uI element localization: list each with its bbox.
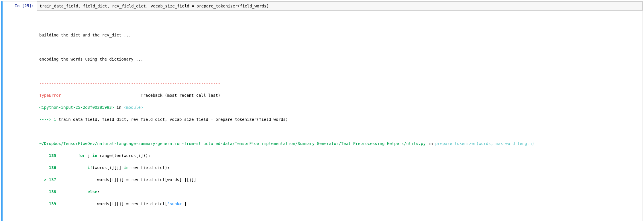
output-area: building the dict and the rev_dict ... e… bbox=[37, 11, 643, 221]
traceback-file-line: ~/Dropbox/TensorFlowDev/natural-language… bbox=[39, 141, 640, 147]
cell-main: train_data_field, field_dict, rev_field_… bbox=[37, 1, 643, 221]
code-input-area[interactable]: train_data_field, field_dict, rev_field_… bbox=[37, 1, 643, 11]
error-name: TypeError bbox=[39, 93, 61, 98]
traceback-separator: ----------------------------------------… bbox=[39, 81, 220, 86]
execution-prompt: In [25]: bbox=[15, 3, 34, 8]
traceback-header: Traceback (most recent call last) bbox=[61, 93, 220, 98]
source-line-138: 138 else: bbox=[39, 189, 640, 195]
stdout-line: encoding the words using the dictionary … bbox=[39, 56, 640, 62]
source-line-137: --> 137 words[i][j] = rev_field_dict[wor… bbox=[39, 177, 640, 183]
source-line-136: 136 if(words[i][j] in rev_field_dict): bbox=[39, 165, 640, 171]
ipython-input-ref: <ipython-input-25-2d3f00285983> bbox=[39, 105, 114, 110]
source-line-135: 135 for j in range(len(words[i])): bbox=[39, 153, 640, 159]
function-signature: prepare_tokenizer(words, max_word_length… bbox=[435, 141, 534, 146]
module-tag: <module> bbox=[124, 105, 143, 110]
code-line: train_data_field, field_dict, rev_field_… bbox=[40, 4, 640, 8]
in-word: in bbox=[114, 105, 124, 110]
notebook-cell: In [25]: train_data_field, field_dict, r… bbox=[1, 1, 643, 221]
source-line-139: 139 words[i][j] = rev_field_dict['<unk>'… bbox=[39, 201, 640, 207]
traceback-arrow: ----> 1 bbox=[39, 117, 56, 122]
traceback-code: train_data_field, field_dict, rev_field_… bbox=[56, 117, 288, 122]
stdout-line: building the dict and the rev_dict ... bbox=[39, 32, 640, 38]
file-path: ~/Dropbox/TensorFlowDev/natural-language… bbox=[39, 141, 426, 146]
prompt-column: In [25]: bbox=[3, 1, 37, 221]
